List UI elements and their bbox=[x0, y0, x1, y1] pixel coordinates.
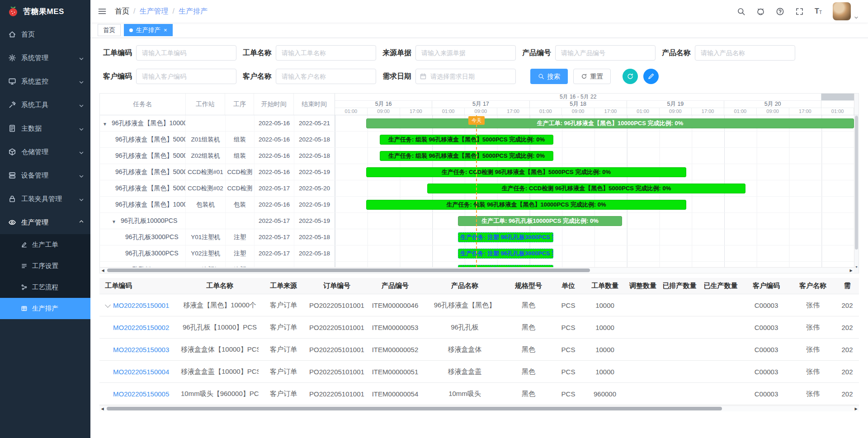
product-name-input[interactable] bbox=[695, 45, 795, 61]
sidebar-item-production-management[interactable]: 生产管理 bbox=[0, 211, 90, 234]
gantt-row[interactable]: 96孔孔板3000PCS Y01注塑机 注塑 2022-05-17 2022-0… bbox=[100, 229, 854, 245]
sidebar-item-process-flow[interactable]: 工艺流程 bbox=[0, 277, 90, 298]
gantt-task-name: 96孔移液盒【黑色】5000PCS bbox=[115, 184, 186, 193]
app-logo[interactable]: 苦糖果MES bbox=[0, 0, 90, 23]
col-header-customer-name: 客户名称 bbox=[790, 282, 835, 290]
gantt-bar[interactable]: 生产任务: 包装 96孔移液盒【黑色】10000PCS 完成比例: 0% bbox=[366, 200, 686, 210]
fullscreen-icon[interactable] bbox=[795, 7, 804, 16]
table-row[interactable]: MO202205150004 移液盒盒盖【10000】PCS 客户订单 PO20… bbox=[99, 361, 859, 383]
timeline-day-label: 5月 17 bbox=[432, 101, 529, 108]
github-icon[interactable] bbox=[756, 7, 765, 16]
sidebar-item-system-monitor[interactable]: 系统监控 bbox=[0, 70, 90, 93]
table-row[interactable]: MO202205150002 96孔孔板【10000】PCS 客户订单 PO20… bbox=[99, 316, 859, 339]
user-menu[interactable] bbox=[833, 2, 859, 20]
vertical-scroll-thumb[interactable] bbox=[855, 116, 858, 250]
demand-date-input[interactable] bbox=[415, 69, 516, 84]
tab-close-icon[interactable] bbox=[164, 27, 167, 33]
scroll-right-arrow-icon[interactable] bbox=[853, 406, 859, 411]
tab-home[interactable]: 首页 bbox=[98, 24, 121, 36]
customer-name-input[interactable] bbox=[276, 69, 376, 84]
reset-button[interactable]: 重置 bbox=[573, 69, 611, 84]
customer-code-input[interactable] bbox=[136, 69, 236, 84]
sidebar-item-production-workorder[interactable]: 生产工单 bbox=[0, 234, 90, 255]
sidebar-item-master-data[interactable]: 主数据 bbox=[0, 117, 90, 140]
breadcrumb-home[interactable]: 首页 bbox=[115, 7, 129, 16]
gantt-vertical-scrollbar bbox=[854, 115, 859, 267]
gantt-bar[interactable]: 生产任务: CCD检测 96孔移液盒【黑色】5000PCS 完成比例: 0% bbox=[427, 184, 745, 193]
column-header-workstation: 工作站 bbox=[186, 94, 226, 115]
gantt-row[interactable]: 96孔移液盒【黑色】5000PCS Z02组装机 组装 2022-05-16 2… bbox=[100, 148, 854, 164]
help-icon[interactable] bbox=[776, 7, 784, 16]
sidebar-item-label: 主数据 bbox=[21, 124, 42, 133]
sidebar-item-label: 设备管理 bbox=[21, 171, 48, 180]
work-order-name-cell: 96孔孔板【10000】PCS bbox=[181, 323, 259, 332]
gantt-row[interactable]: 96孔移液盒【黑色】5000PCS CCD检测#02 CCD检测 2022-05… bbox=[100, 180, 854, 197]
sidebar-item-fixture-management[interactable]: 工装夹具管理 bbox=[0, 187, 90, 211]
gantt-row[interactable]: 96孔孔板3000PCS Y02注塑机 注塑 2022-05-17 2022-0… bbox=[100, 245, 854, 262]
avatar[interactable] bbox=[833, 2, 851, 20]
table-row[interactable]: MO202205150001 移液盒【黑色】10000个 客户订单 PO2022… bbox=[99, 294, 859, 316]
gantt-bar[interactable]: 生产任务: 注塑 96孔孔板3000PCS 完成比例: 0% bbox=[458, 232, 553, 242]
search-button[interactable]: 搜索 bbox=[530, 69, 568, 84]
timeline-scroll-block[interactable] bbox=[821, 94, 854, 101]
sidebar-item-production-scheduling[interactable]: 生产排产 bbox=[0, 298, 90, 319]
breadcrumb-production-management[interactable]: 生产管理 bbox=[139, 7, 168, 16]
row-expand-icon[interactable] bbox=[104, 302, 113, 308]
sidebar-item-equipment-management[interactable]: 设备管理 bbox=[0, 164, 90, 187]
work-order-code-input[interactable] bbox=[136, 45, 236, 61]
edit-button[interactable] bbox=[643, 69, 659, 84]
sidebar-item-process-settings[interactable]: 工序设置 bbox=[0, 255, 90, 277]
sidebar-item-system-management[interactable]: 系统管理 bbox=[0, 46, 90, 70]
gantt-bar[interactable]: 生产任务: 组装 96孔移液盒【黑色】5000PCS 完成比例: 0% bbox=[380, 135, 554, 145]
tree-expand-icon[interactable] bbox=[112, 217, 118, 225]
product-no-input[interactable] bbox=[555, 45, 656, 61]
gantt-workstation-cell: CCD检测#01 bbox=[186, 164, 226, 180]
gantt-bar[interactable]: 生产任务: 组装 96孔移液盒【黑色】5000PCS 完成比例: 0% bbox=[380, 151, 554, 161]
gantt-row[interactable]: 96孔孔板10000PCS 2022-05-17 2022-05-19 生产工单… bbox=[100, 213, 854, 229]
font-size-icon[interactable] bbox=[815, 8, 822, 15]
work-order-link[interactable]: MO202205150001 bbox=[113, 301, 169, 309]
gantt-bar[interactable]: 生产任务: CCD检测 96孔移液盒【黑色】5000PCS 完成比例: 0% bbox=[366, 167, 686, 177]
sidebar-item-warehouse-management[interactable]: 仓储管理 bbox=[0, 140, 90, 164]
table-row[interactable]: MO202205150005 10mm吸头【960000】PCS 客户订单 PO… bbox=[99, 383, 859, 405]
order-no-cell: PO202205101001 bbox=[308, 390, 365, 398]
work-order-code-cell: MO202205150005 bbox=[99, 390, 181, 398]
work-order-link[interactable]: MO202205150005 bbox=[113, 390, 169, 398]
gantt-end-time-cell: 2022-05-18 bbox=[294, 148, 335, 164]
qty-cell: 960000 bbox=[584, 390, 626, 398]
table-row[interactable]: MO202205150003 移液盒盒体【10000】PCS 客户订单 PO20… bbox=[99, 339, 859, 361]
gantt-row[interactable]: 96孔移液盒【黑色】10000PCS 2022-05-16 2022-05-21… bbox=[100, 115, 854, 132]
gantt-row[interactable]: 96孔移液盒【黑色】10000PCS 包装机 包装 2022-05-16 202… bbox=[100, 197, 854, 213]
device-icon bbox=[8, 171, 16, 179]
sidebar-item-label: 工序设置 bbox=[32, 262, 58, 270]
scroll-left-arrow-icon[interactable] bbox=[100, 268, 106, 273]
search-icon[interactable] bbox=[737, 7, 745, 16]
horizontal-scroll-thumb[interactable] bbox=[107, 407, 722, 410]
gantt-bar[interactable]: 生产工单: 96孔孔板10000PCS 完成比例: 0% bbox=[458, 216, 622, 226]
tab-production-scheduling[interactable]: 生产排产 bbox=[124, 24, 173, 36]
gantt-end-time-cell: 2022-05-18 bbox=[294, 229, 335, 245]
field-product-no: 产品编号 bbox=[522, 45, 656, 61]
sync-button[interactable] bbox=[623, 69, 638, 84]
gantt-task-name-cell: 96孔孔板10000PCS bbox=[100, 213, 186, 229]
gantt-bar[interactable]: 生产工单: 96孔移液盒【黑色】10000PCS 完成比例: 0% bbox=[366, 118, 854, 128]
order-no-cell: PO202205101001 bbox=[308, 324, 365, 331]
gantt-row[interactable]: 96孔孔板3000PCS Y03注塑机 注塑 2022-05-17 2022-0… bbox=[100, 262, 854, 267]
sidebar-toggle-icon[interactable] bbox=[98, 7, 107, 16]
horizontal-scroll-thumb[interactable] bbox=[107, 268, 590, 272]
work-order-name-input[interactable] bbox=[276, 45, 376, 61]
work-order-link[interactable]: MO202205150004 bbox=[113, 368, 169, 376]
work-order-link[interactable]: MO202205150002 bbox=[113, 324, 169, 331]
sidebar-item-system-tools[interactable]: 系统工具 bbox=[0, 93, 90, 117]
tree-expand-icon[interactable] bbox=[103, 120, 109, 127]
gantt-row[interactable]: 96孔移液盒【黑色】5000PCS CCD检测#01 CCD检测 2022-05… bbox=[100, 164, 854, 180]
scroll-down-arrow-icon[interactable] bbox=[854, 262, 859, 267]
work-order-link[interactable]: MO202205150003 bbox=[113, 346, 169, 353]
source-doc-input[interactable] bbox=[415, 45, 516, 61]
gantt-row[interactable]: 96孔移液盒【黑色】5000PCS Z01组装机 组装 2022-05-16 2… bbox=[100, 132, 854, 148]
sidebar-item-home[interactable]: 首页 bbox=[0, 23, 90, 46]
scroll-right-arrow-icon[interactable] bbox=[848, 268, 854, 273]
gantt-bar[interactable]: 生产任务: 注塑 96孔孔板3000PCS 完成比例: 0% bbox=[458, 249, 553, 259]
gantt-timeline-cell: 生产任务: 注塑 96孔孔板3000PCS 完成比例: 0% bbox=[335, 229, 854, 245]
scroll-left-arrow-icon[interactable] bbox=[99, 406, 105, 411]
